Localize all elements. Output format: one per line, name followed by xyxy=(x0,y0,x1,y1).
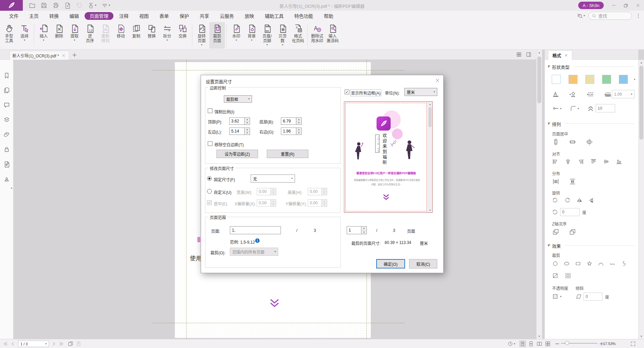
page-number-box[interactable]: 1 / 3 ▾ xyxy=(18,341,49,347)
font-color-icon[interactable] xyxy=(552,91,559,98)
search-box[interactable] xyxy=(588,12,632,20)
rotate-angle-icon[interactable] xyxy=(552,209,558,215)
left-margin-input[interactable] xyxy=(229,128,245,135)
zero-margins-button[interactable]: 设为零边距(Z) xyxy=(216,150,258,158)
replace-page-button[interactable]: 替换 xyxy=(144,22,159,49)
scrollbar-thumb[interactable] xyxy=(639,66,643,140)
skew-icon[interactable] xyxy=(576,293,582,300)
crop-rect-icon[interactable] xyxy=(575,260,581,267)
menu-item-表单[interactable]: 表单 xyxy=(154,12,174,20)
shape-swatch[interactable] xyxy=(568,75,578,84)
sidebar-page-thumbnails-icon[interactable] xyxy=(3,87,10,94)
find-options-button[interactable]: ▾ xyxy=(577,13,585,19)
align-right-icon[interactable] xyxy=(578,158,584,165)
crop-frame-icon[interactable] xyxy=(565,272,571,279)
new-doc-button[interactable] xyxy=(64,2,71,9)
align-top-icon[interactable] xyxy=(590,158,597,165)
move-page-button[interactable]: 移动 xyxy=(113,22,129,49)
chevron-down-icon[interactable]: ▾ xyxy=(634,78,635,81)
split-page-button[interactable]: 拆分▾ xyxy=(159,22,175,49)
panel-scrollbar[interactable]: ▲ ▼ xyxy=(638,60,644,339)
dialog-close-icon[interactable] xyxy=(435,78,440,83)
continuous-icon[interactable] xyxy=(528,341,534,347)
unit-combobox[interactable]: 厘米▾ xyxy=(404,88,437,96)
crop-page-button[interactable]: 裁剪页面 xyxy=(209,22,225,49)
folder-open-button[interactable] xyxy=(29,2,36,9)
close-button[interactable] xyxy=(632,0,644,11)
top-margin-input[interactable] xyxy=(229,117,245,125)
chevrons-up-icon[interactable] xyxy=(587,105,594,112)
menu-item-辅助工具[interactable]: 辅助工具 xyxy=(260,12,289,20)
shape-swatch[interactable] xyxy=(619,75,628,84)
next-page-icon[interactable] xyxy=(51,341,57,347)
align-center-horizontal-icon[interactable] xyxy=(565,158,571,165)
sidebar-layers-icon[interactable] xyxy=(3,116,10,123)
scroll-down-icon[interactable]: ▼ xyxy=(537,334,542,339)
facing-icon[interactable] xyxy=(536,341,543,347)
crop-ellipse-icon[interactable] xyxy=(563,260,570,267)
preview-page-stepper[interactable]: ▲▼ xyxy=(361,226,367,234)
rotate-right-icon[interactable] xyxy=(564,197,571,204)
flip-horizontal-icon[interactable] xyxy=(576,197,583,204)
crop-circle-icon[interactable] xyxy=(552,260,558,267)
remove-trial-watermark-button[interactable]: A删除试用水印 xyxy=(309,22,325,49)
reverse-order-button[interactable]: 12逆页序 xyxy=(82,22,98,49)
bring-forward-icon[interactable] xyxy=(552,228,559,236)
last-page-icon[interactable] xyxy=(58,341,64,347)
scroll-up-icon[interactable]: ▲ xyxy=(537,50,542,55)
skew-input[interactable] xyxy=(584,293,602,301)
menu-item-特色功能[interactable]: 特色功能 xyxy=(289,12,318,20)
menu-item-帮助[interactable]: 帮助 xyxy=(319,12,338,20)
plus-zoom-icon[interactable] xyxy=(599,341,604,347)
distribute-horizontal-icon[interactable] xyxy=(552,178,559,185)
chevron-down-icon[interactable]: ▾ xyxy=(587,93,588,96)
top-margin-stepper[interactable]: ▲▼ xyxy=(245,117,250,125)
select-tool-button[interactable]: 选择▾ xyxy=(17,22,32,49)
copy-page-button[interactable]: 复制 xyxy=(129,22,144,49)
fixed-size-radio[interactable] xyxy=(207,176,212,181)
constrain-proportions-checkbox[interactable] xyxy=(208,108,212,113)
activation-code-button[interactable]: 输入激活码 xyxy=(325,22,340,49)
crop-diagonal-icon[interactable] xyxy=(552,272,558,279)
line-width-combobox[interactable]: 1.00▾ xyxy=(612,90,635,98)
send-backward-icon[interactable] xyxy=(569,228,576,236)
preview-page-input[interactable] xyxy=(347,226,361,234)
scrollbar-thumb[interactable] xyxy=(429,107,432,127)
menu-item-注释[interactable]: 注释 xyxy=(114,12,134,20)
background-button[interactable]: 背景▾ xyxy=(244,22,259,49)
sidebar-comment-icon[interactable] xyxy=(3,102,10,108)
menu-item-文件[interactable]: 文件 xyxy=(4,12,23,20)
fit-screen-icon[interactable] xyxy=(630,341,636,347)
remove-white-margins-checkbox[interactable] xyxy=(208,141,212,146)
align-left-icon[interactable] xyxy=(552,158,558,165)
scrollbar-thumb[interactable] xyxy=(537,56,541,103)
crop-wave-icon[interactable] xyxy=(609,260,615,267)
format-tab[interactable]: 格式 xyxy=(548,50,572,60)
corner-round-icon[interactable] xyxy=(569,105,577,112)
shape-swatch[interactable] xyxy=(585,75,594,84)
hand-tool-button[interactable]: 手型工具 xyxy=(1,22,17,49)
zoom-slider-thumb[interactable] xyxy=(565,341,569,345)
app-logo[interactable] xyxy=(0,0,23,11)
chevron-down-icon[interactable]: ▾ xyxy=(560,107,561,110)
corner-radius-input[interactable] xyxy=(596,104,615,112)
header-footer-button[interactable]: 页眉/页脚▾ xyxy=(259,22,275,49)
scroll-down-icon[interactable]: ▼ xyxy=(428,208,432,212)
account-avatar[interactable]: A - Sh3n xyxy=(578,2,604,9)
menu-item-转换[interactable]: 转换 xyxy=(44,12,64,20)
watermark-button[interactable]: 水印▾ xyxy=(229,22,244,49)
align-middle-icon[interactable] xyxy=(603,158,609,165)
center-horizontal-icon[interactable] xyxy=(552,138,559,146)
scroll-up-icon[interactable]: ▲ xyxy=(639,60,644,65)
grid-view-icon[interactable] xyxy=(516,52,522,57)
search-input[interactable] xyxy=(598,13,627,18)
bates-number-button[interactable]: 贝茨数▾ xyxy=(275,22,290,49)
menu-item-编辑[interactable]: 编辑 xyxy=(64,12,84,20)
document-scrollbar[interactable]: ▲ ▼ xyxy=(536,50,542,339)
scroll-down-icon[interactable]: ▼ xyxy=(639,334,644,339)
center-both-icon[interactable] xyxy=(586,138,593,146)
bottom-margin-input[interactable] xyxy=(281,117,296,125)
menu-item-主页[interactable]: 主页 xyxy=(24,12,44,20)
reset-button[interactable]: 重置(R) xyxy=(267,150,308,158)
align-bottom-icon[interactable] xyxy=(616,158,622,165)
